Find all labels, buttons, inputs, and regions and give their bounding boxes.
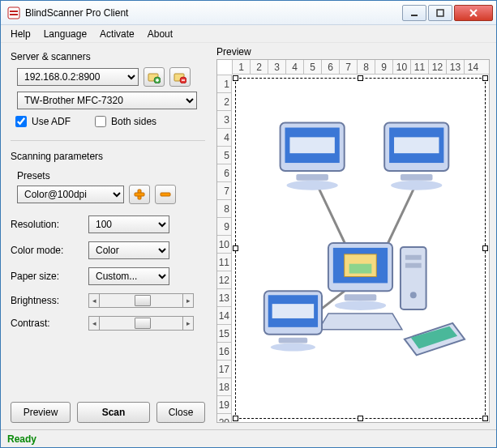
preview-panel: Preview 1234567891011121314 123456789101… [213, 43, 496, 429]
remove-preset-button[interactable] [155, 185, 176, 204]
add-preset-button[interactable] [129, 185, 150, 204]
ruler-tick: 14 [464, 60, 482, 74]
slider-right-arrow[interactable]: ▸ [182, 316, 194, 331]
ruler-tick: 5 [217, 146, 231, 164]
handle-sw[interactable] [233, 416, 238, 421]
contrast-slider[interactable]: ◂ ▸ [88, 316, 194, 331]
handle-ne[interactable] [482, 75, 488, 81]
color-mode-label: Color mode: [11, 245, 88, 256]
brightness-slider[interactable]: ◂ ▸ [88, 293, 194, 308]
ruler-tick: 14 [217, 306, 231, 324]
resolution-select[interactable]: 100 [88, 215, 169, 233]
handle-s[interactable] [358, 416, 363, 421]
preset-select[interactable]: Color@100dpi [17, 186, 124, 203]
handle-nw[interactable] [233, 75, 238, 81]
handle-se[interactable] [482, 416, 488, 421]
add-server-button[interactable] [144, 67, 165, 87]
minus-folder-icon [174, 70, 186, 83]
ruler-tick: 20 [217, 413, 231, 423]
svg-rect-22 [289, 137, 334, 153]
ruler-tick: 13 [217, 288, 231, 306]
action-buttons: Preview Scan Close [11, 392, 205, 423]
ruler-tick: 12 [217, 271, 231, 288]
svg-rect-28 [401, 174, 433, 181]
slider-track[interactable] [100, 293, 182, 308]
brightness-label: Brightness: [11, 295, 88, 306]
svg-point-29 [391, 181, 442, 190]
menu-activate[interactable]: Activate [95, 27, 139, 41]
svg-rect-0 [8, 7, 19, 19]
statusbar: Ready [1, 429, 496, 447]
menu-about[interactable]: About [143, 27, 178, 41]
svg-rect-37 [405, 255, 422, 260]
preview-image [248, 91, 473, 395]
slider-right-arrow[interactable]: ▸ [182, 293, 194, 308]
ruler-tick: 7 [339, 60, 357, 74]
menu-language[interactable]: Language [39, 27, 92, 41]
ruler-tick: 2 [250, 60, 268, 74]
ruler-tick: 1 [217, 75, 231, 92]
contrast-label: Contrast: [11, 318, 88, 329]
slider-thumb[interactable] [135, 295, 151, 306]
minus-icon [160, 189, 171, 200]
ruler-tick: 9 [375, 60, 392, 74]
preview-frame: 1234567891011121314 12345678910111213141… [216, 59, 490, 423]
handle-n[interactable] [358, 75, 363, 81]
svg-rect-38 [405, 263, 422, 268]
handle-e[interactable] [482, 245, 488, 251]
minimize-button[interactable] [402, 5, 426, 21]
ruler-tick: 12 [428, 60, 446, 74]
both-sides-label: Both sides [111, 116, 156, 127]
ruler-tick: 5 [303, 60, 321, 74]
svg-point-35 [335, 301, 386, 310]
preview-button[interactable]: Preview [11, 402, 71, 423]
preview-canvas[interactable] [232, 75, 489, 422]
ruler-tick: 7 [217, 181, 231, 199]
svg-rect-1 [10, 11, 18, 12]
both-sides-checkbox[interactable] [95, 116, 106, 127]
app-window: BlindScanner Pro Client Help Language Ac… [0, 0, 497, 448]
svg-rect-42 [272, 304, 314, 318]
slider-thumb[interactable] [135, 318, 151, 329]
main-body: Server & scanners 192.168.0.2:8900 TW-Br… [1, 43, 496, 429]
ruler-vertical: 123456789101112131415161718192021 [217, 75, 232, 422]
server-address-select[interactable]: 192.168.0.2:8900 [17, 68, 139, 86]
menu-help[interactable]: Help [6, 27, 36, 41]
separator [11, 140, 205, 141]
ruler-tick: 4 [217, 128, 231, 146]
paper-size-select[interactable]: Custom... [88, 267, 169, 285]
ruler-tick: 9 [217, 217, 231, 235]
ruler-tick: 2 [217, 92, 231, 110]
ruler-tick: 8 [357, 60, 375, 74]
ruler-tick: 18 [217, 378, 231, 395]
svg-rect-16 [161, 193, 170, 196]
maximize-button[interactable] [428, 5, 452, 21]
slider-track[interactable] [100, 316, 182, 331]
svg-rect-15 [135, 193, 144, 196]
menubar: Help Language Activate About [1, 25, 496, 43]
ruler-horizontal: 1234567891011121314 [232, 60, 489, 75]
ruler-tick: 11 [217, 253, 231, 271]
slider-left-arrow[interactable]: ◂ [88, 316, 100, 331]
svg-rect-33 [349, 264, 372, 274]
ruler-tick: 15 [217, 324, 231, 342]
status-text: Ready [7, 433, 36, 445]
close-button[interactable]: Close [156, 402, 205, 423]
slider-left-arrow[interactable]: ◂ [88, 293, 100, 308]
scanner-select[interactable]: TW-Brother MFC-7320 [17, 92, 197, 109]
titlebar[interactable]: BlindScanner Pro Client [1, 1, 496, 25]
close-window-button[interactable] [454, 5, 493, 21]
remove-server-button[interactable] [169, 67, 191, 87]
window-title: BlindScanner Pro Client [25, 7, 402, 19]
color-mode-select[interactable]: Color [88, 241, 169, 259]
ruler-tick: 3 [217, 110, 231, 128]
use-adf-checkbox[interactable] [15, 116, 27, 127]
handle-w[interactable] [233, 245, 238, 251]
window-controls [402, 5, 493, 21]
ruler-tick: 1 [232, 60, 250, 74]
ruler-tick: 10 [217, 235, 231, 253]
ruler-tick: 8 [217, 199, 231, 217]
ruler-tick: 10 [392, 60, 410, 74]
scan-button[interactable]: Scan [77, 402, 150, 423]
ruler-tick: 6 [321, 60, 339, 74]
